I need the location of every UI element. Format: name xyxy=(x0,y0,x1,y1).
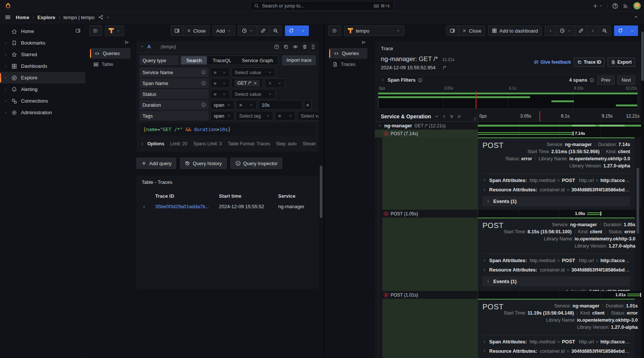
sidebar-item-bookmarks[interactable]: › Bookmarks xyxy=(0,37,85,49)
import-trace-button[interactable]: Import trace xyxy=(282,55,316,65)
give-feedback-link[interactable]: Give feedback xyxy=(534,60,571,65)
span-row[interactable]: POST (1.01s) 1.01s xyxy=(375,291,641,299)
resource-attributes-row[interactable]: Resource Attributes: container.id=304fd8… xyxy=(482,187,630,192)
col-service[interactable]: Service xyxy=(278,193,313,199)
add-menu-button[interactable]: Add xyxy=(213,25,235,36)
chevron-down-icon[interactable] xyxy=(378,124,382,128)
run-query-button[interactable] xyxy=(614,25,627,36)
chevron-right-icon[interactable] xyxy=(381,78,385,82)
run-query-interval-button[interactable] xyxy=(297,25,309,36)
remove-chip-icon[interactable]: ✕ xyxy=(253,81,257,86)
duration-input[interactable]: 10s xyxy=(258,100,303,110)
status-value[interactable]: Select value xyxy=(231,89,276,99)
collapse-all-icon[interactable] xyxy=(449,114,454,119)
span-bar[interactable] xyxy=(478,132,573,135)
span-row-parent[interactable]: ng-manager GET /* (12.21s) xyxy=(375,122,641,130)
query-type-search[interactable]: Search xyxy=(181,56,207,64)
sidebar-item-administration[interactable]: › Administration xyxy=(0,107,85,118)
sidebar-item-starred[interactable]: › Starred xyxy=(0,49,85,60)
news-button[interactable] xyxy=(623,3,629,9)
datasource-picker-right[interactable]: tempo xyxy=(344,25,404,36)
user-avatar[interactable] xyxy=(633,2,641,10)
time-range-picker[interactable] xyxy=(238,25,257,36)
query-ref-id[interactable]: A xyxy=(147,44,151,49)
minimap-canvas[interactable] xyxy=(378,91,638,109)
row-expander-icon[interactable]: › xyxy=(142,204,155,209)
share-link-button[interactable] xyxy=(575,25,587,36)
info-icon[interactable] xyxy=(201,81,206,85)
duration-scope[interactable]: span xyxy=(210,100,234,110)
split-pane-button[interactable] xyxy=(171,25,183,36)
zoom-out-button[interactable] xyxy=(269,25,282,36)
query-rows-button[interactable] xyxy=(328,25,341,36)
span-name-operator[interactable]: = xyxy=(210,78,230,88)
tab-queries-right[interactable]: Queries xyxy=(329,48,367,59)
trace-id-button[interactable]: Trace ID xyxy=(574,58,605,67)
page-scrollbar[interactable] xyxy=(641,23,644,358)
new-menu-button[interactable] xyxy=(593,3,603,9)
time-shift-back-button[interactable] xyxy=(545,25,556,36)
sidebar-item-explore[interactable]: › Explore xyxy=(0,72,85,84)
sidebar-item-alerting[interactable]: › Alerting xyxy=(0,84,85,95)
span-name-value[interactable]: GET /*✕ xyxy=(231,78,263,88)
service-name-value[interactable]: Select value xyxy=(231,67,276,77)
run-query-button[interactable] xyxy=(285,25,298,36)
query-type-service-graph[interactable]: Service Graph xyxy=(237,56,278,65)
span-attributes-row[interactable]: Span Attributes: http.method=POSThttp.ur… xyxy=(482,339,630,345)
trace-minimap[interactable]: 0μs 3.05s 6.1s 9.15s 12.21s xyxy=(378,86,638,109)
tab-queries-left[interactable]: Queries xyxy=(90,48,130,59)
grafana-logo[interactable] xyxy=(0,2,16,9)
duration-max-operator[interactable]: < xyxy=(304,100,312,110)
tags-operator[interactable]: = xyxy=(275,111,296,121)
col-trace-id[interactable]: Trace ID xyxy=(155,193,219,199)
search-input[interactable]: Search or jump to... ⌘+k xyxy=(250,1,394,10)
collapse-tabs-button[interactable] xyxy=(90,40,130,48)
tab-traces[interactable]: Traces xyxy=(329,59,367,70)
query-help-icon[interactable] xyxy=(274,44,279,49)
events-row[interactable]: Events (1) xyxy=(482,196,630,206)
expand-all-icon[interactable] xyxy=(457,114,461,119)
drag-handle-icon[interactable] xyxy=(312,44,315,49)
expand-one-icon[interactable] xyxy=(442,114,446,119)
tab-table[interactable]: Table xyxy=(90,59,130,70)
info-icon[interactable] xyxy=(201,103,206,107)
add-to-dashboard-button[interactable]: Add to dashboard xyxy=(488,25,542,36)
duplicate-query-icon[interactable] xyxy=(283,44,289,49)
query-history-button[interactable]: Query history xyxy=(180,158,226,169)
disable-query-icon[interactable] xyxy=(293,44,298,49)
tags-scope[interactable]: span xyxy=(210,111,234,121)
sidebar-item-connections[interactable]: › Connections xyxy=(0,95,85,107)
query-rows-button[interactable] xyxy=(89,25,102,36)
help-button[interactable] xyxy=(612,3,618,9)
clear-icon[interactable] xyxy=(268,81,272,85)
span-row[interactable]: POST (7.14s) 7.14s xyxy=(375,130,641,137)
info-icon[interactable] xyxy=(201,70,206,75)
tags-select[interactable]: Select tag xyxy=(236,111,273,121)
share-icon[interactable] xyxy=(98,15,103,20)
breadcrumb-home[interactable]: Home xyxy=(16,15,29,20)
duration-operator[interactable]: > xyxy=(236,100,257,110)
breadcrumb-explore[interactable]: Explore xyxy=(37,15,55,20)
datasource-picker-left[interactable] xyxy=(105,25,124,36)
time-shift-forward-button[interactable] xyxy=(587,25,599,36)
query-type-traceql[interactable]: TraceQL xyxy=(207,56,237,65)
collapse-one-icon[interactable] xyxy=(434,114,439,119)
menu-toggle-button[interactable] xyxy=(0,14,16,20)
span-name-chip[interactable]: GET /*✕ xyxy=(235,80,260,87)
next-span-button[interactable]: Next xyxy=(617,76,635,85)
chevron-down-icon[interactable] xyxy=(106,15,110,19)
query-options-row[interactable]: Options Limit: 20 Spans Limit: 3 Table F… xyxy=(139,138,316,152)
events-row[interactable]: Events (1) xyxy=(482,276,630,286)
collapse-query-icon[interactable] xyxy=(140,45,144,49)
close-pane-button-left[interactable]: Close xyxy=(183,25,210,36)
sidebar-item-home[interactable]: Home xyxy=(0,25,85,37)
export-button[interactable]: Export xyxy=(608,58,635,67)
delete-query-icon[interactable] xyxy=(302,44,307,49)
share-link-button[interactable] xyxy=(257,25,270,36)
collapse-panel-button[interactable] xyxy=(634,14,639,21)
column-resize-handle[interactable]: || xyxy=(474,117,476,121)
resource-attributes-row[interactable]: Resource Attributes: container.id=304fd8… xyxy=(482,267,630,273)
left-pane-scrollbar[interactable] xyxy=(320,42,322,358)
add-query-button[interactable]: Add query xyxy=(136,158,176,169)
span-name-clear[interactable] xyxy=(265,78,285,88)
